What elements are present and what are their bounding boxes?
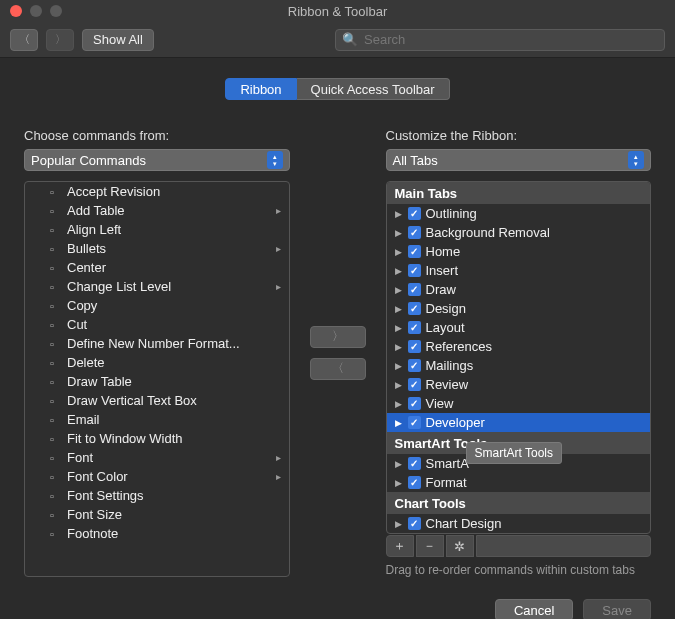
tree-item[interactable]: ▶✓Review — [387, 375, 651, 394]
tab-quick-access-toolbar[interactable]: Quick Access Toolbar — [297, 78, 450, 100]
disclosure-icon[interactable]: ▶ — [395, 285, 403, 295]
commands-list[interactable]: ▫Accept Revision▫Add Table▸▫Align Left▫B… — [25, 182, 289, 576]
checkbox[interactable]: ✓ — [408, 397, 421, 410]
checkbox[interactable]: ✓ — [408, 207, 421, 220]
forward-button[interactable]: 〉 — [46, 29, 74, 51]
list-item[interactable]: ▫Define New Number Format... — [25, 334, 289, 353]
tree-item[interactable]: ▶✓Layout — [387, 318, 651, 337]
list-item[interactable]: ▫Add Table▸ — [25, 201, 289, 220]
tree-item[interactable]: ▶✓References — [387, 337, 651, 356]
list-item[interactable]: ▫Accept Revision — [25, 182, 289, 201]
disclosure-icon[interactable]: ▶ — [395, 228, 403, 238]
transfer-buttons: 〉 〈 — [310, 326, 366, 380]
checkbox[interactable]: ✓ — [408, 264, 421, 277]
disclosure-icon[interactable]: ▶ — [395, 342, 403, 352]
disclosure-icon[interactable]: ▶ — [395, 209, 403, 219]
list-item[interactable]: ▫Draw Table — [25, 372, 289, 391]
disclosure-icon[interactable]: ▶ — [395, 266, 403, 276]
settings-button[interactable]: ✲ — [446, 535, 474, 557]
zoom-window-icon[interactable] — [50, 5, 62, 17]
list-item[interactable]: ▫Copy — [25, 296, 289, 315]
close-window-icon[interactable] — [10, 5, 22, 17]
disclosure-icon[interactable]: ▶ — [395, 459, 403, 469]
command-label: Delete — [67, 355, 105, 370]
disclosure-icon[interactable]: ▶ — [395, 361, 403, 371]
search-field[interactable] — [364, 32, 658, 47]
save-button[interactable]: Save — [583, 599, 651, 619]
tree-item-label: Format — [426, 475, 467, 490]
tree-item[interactable]: ▶✓Draw — [387, 280, 651, 299]
group-header: Main Tabs — [387, 182, 651, 204]
tree-item-label: Layout — [426, 320, 465, 335]
list-item[interactable]: ▫Font Color▸ — [25, 467, 289, 486]
checkbox[interactable]: ✓ — [408, 321, 421, 334]
tree-item[interactable]: ▶✓View — [387, 394, 651, 413]
checkbox[interactable]: ✓ — [408, 359, 421, 372]
add-tab-button[interactable]: ＋ — [386, 535, 414, 557]
tree-item[interactable]: ▶✓Format — [387, 473, 651, 492]
checkbox[interactable]: ✓ — [408, 416, 421, 429]
remove-command-button[interactable]: 〈 — [310, 358, 366, 380]
show-all-button[interactable]: Show All — [82, 29, 154, 51]
tab-ribbon[interactable]: Ribbon — [225, 78, 296, 100]
tree-item-label: Review — [426, 377, 469, 392]
chevron-up-down-icon: ▴▾ — [267, 151, 283, 169]
remove-tab-button[interactable]: － — [416, 535, 444, 557]
disclosure-icon[interactable]: ▶ — [395, 323, 403, 333]
list-item[interactable]: ▫Fit to Window Width — [25, 429, 289, 448]
tree-item[interactable]: ▶✓Insert — [387, 261, 651, 280]
checkbox[interactable]: ✓ — [408, 226, 421, 239]
checkbox[interactable]: ✓ — [408, 457, 421, 470]
submenu-icon: ▸ — [276, 243, 281, 254]
list-item[interactable]: ▫Align Left — [25, 220, 289, 239]
checkbox[interactable]: ✓ — [408, 245, 421, 258]
disclosure-icon[interactable]: ▶ — [395, 380, 403, 390]
tree-item[interactable]: ▶✓Mailings — [387, 356, 651, 375]
add-command-button[interactable]: 〉 — [310, 326, 366, 348]
tree-item[interactable]: ▶✓Chart Design — [387, 514, 651, 533]
ribbon-dropdown[interactable]: All Tabs ▴▾ — [386, 149, 652, 171]
back-button[interactable]: 〈 — [10, 29, 38, 51]
list-item[interactable]: ▫Delete — [25, 353, 289, 372]
disclosure-icon[interactable]: ▶ — [395, 478, 403, 488]
disclosure-icon[interactable]: ▶ — [395, 399, 403, 409]
disclosure-icon[interactable]: ▶ — [395, 418, 403, 428]
command-icon: ▫ — [45, 394, 59, 408]
tree-item[interactable]: ▶✓Background Removal — [387, 223, 651, 242]
disclosure-icon[interactable]: ▶ — [395, 304, 403, 314]
list-item[interactable]: ▫Font Size — [25, 505, 289, 524]
list-item[interactable]: ▫Bullets▸ — [25, 239, 289, 258]
command-label: Accept Revision — [67, 184, 160, 199]
minimize-window-icon[interactable] — [30, 5, 42, 17]
ribbon-tree[interactable]: Main Tabs▶✓Outlining▶✓Background Removal… — [387, 182, 651, 533]
checkbox[interactable]: ✓ — [408, 283, 421, 296]
disclosure-icon[interactable]: ▶ — [395, 247, 403, 257]
command-icon: ▫ — [45, 280, 59, 294]
tree-item[interactable]: ▶✓Outlining — [387, 204, 651, 223]
list-item[interactable]: ▫Font Settings — [25, 486, 289, 505]
tree-item[interactable]: ▶✓Home — [387, 242, 651, 261]
list-item[interactable]: ▫Font▸ — [25, 448, 289, 467]
checkbox[interactable]: ✓ — [408, 517, 421, 530]
cancel-button[interactable]: Cancel — [495, 599, 573, 619]
list-item[interactable]: ▫Draw Vertical Text Box — [25, 391, 289, 410]
list-item[interactable]: ▫Footnote — [25, 524, 289, 543]
checkbox[interactable]: ✓ — [408, 302, 421, 315]
list-item[interactable]: ▫Change List Level▸ — [25, 277, 289, 296]
checkbox[interactable]: ✓ — [408, 476, 421, 489]
ribbon-dropdown-value: All Tabs — [393, 153, 438, 168]
checkbox[interactable]: ✓ — [408, 378, 421, 391]
tree-item[interactable]: ▶✓Developer — [387, 413, 651, 432]
list-item[interactable]: ▫Email — [25, 410, 289, 429]
command-icon: ▫ — [45, 451, 59, 465]
command-icon: ▫ — [45, 356, 59, 370]
command-label: Email — [67, 412, 100, 427]
tree-item[interactable]: ▶✓Design — [387, 299, 651, 318]
list-item[interactable]: ▫Center — [25, 258, 289, 277]
list-item[interactable]: ▫Cut — [25, 315, 289, 334]
search-input[interactable]: 🔍 — [335, 29, 665, 51]
commands-dropdown[interactable]: Popular Commands ▴▾ — [24, 149, 290, 171]
disclosure-icon[interactable]: ▶ — [395, 519, 403, 529]
checkbox[interactable]: ✓ — [408, 340, 421, 353]
gear-icon: ✲ — [454, 539, 465, 554]
